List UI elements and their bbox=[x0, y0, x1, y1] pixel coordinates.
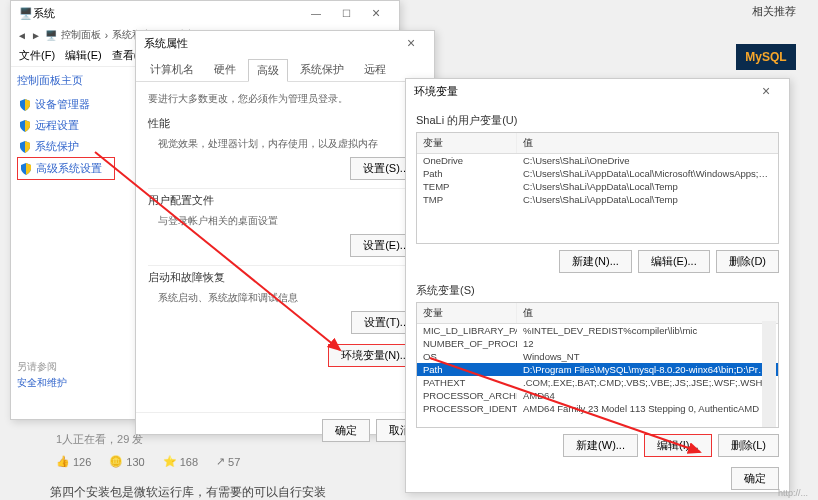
th-value: 值 bbox=[517, 133, 778, 153]
shield-icon bbox=[19, 141, 31, 153]
window-title: 系统属性 bbox=[144, 36, 188, 51]
var-value: .COM;.EXE;.BAT;.CMD;.VBS;.VBE;.JS;.JSE;.… bbox=[517, 377, 778, 388]
coin-icon: 🪙 bbox=[109, 455, 123, 468]
var-value: C:\Users\ShaLi\AppData\Local\Temp bbox=[517, 181, 778, 192]
table-row[interactable]: TMPC:\Users\ShaLi\AppData\Local\Temp bbox=[417, 193, 778, 206]
tab-advanced[interactable]: 高级 bbox=[248, 59, 288, 82]
group-title-profile: 用户配置文件 bbox=[148, 193, 422, 208]
sidebar-item-label: 远程设置 bbox=[35, 118, 79, 133]
fwd-icon[interactable]: ► bbox=[31, 30, 41, 41]
var-name: TMP bbox=[417, 194, 517, 205]
var-value: C:\Users\ShaLi\AppData\Local\Microsoft\W… bbox=[517, 168, 778, 179]
table-row[interactable]: MIC_LD_LIBRARY_PATH%INTEL_DEV_REDIST%com… bbox=[417, 324, 778, 337]
close-icon[interactable]: × bbox=[361, 4, 391, 22]
url-hint: http://... bbox=[778, 488, 808, 498]
shield-icon bbox=[19, 120, 31, 132]
group-title-performance: 性能 bbox=[148, 116, 422, 131]
minimize-icon[interactable]: — bbox=[301, 4, 331, 22]
var-value: %INTEL_DEV_REDIST%compiler\lib\mic bbox=[517, 325, 778, 336]
sidebar-item-protection[interactable]: 系统保护 bbox=[17, 136, 115, 157]
table-row[interactable]: PATHEXT.COM;.EXE;.BAT;.CMD;.VBS;.VBE;.JS… bbox=[417, 376, 778, 389]
user-new-button[interactable]: 新建(N)... bbox=[559, 250, 631, 273]
tab-remote[interactable]: 远程 bbox=[356, 59, 394, 81]
table-row[interactable]: NUMBER_OF_PROCESSORS12 bbox=[417, 337, 778, 350]
user-vars-table[interactable]: 变量 值 OneDriveC:\Users\ShaLi\OneDrivePath… bbox=[416, 132, 779, 244]
maximize-icon[interactable]: ☐ bbox=[331, 4, 361, 22]
mysql-logo: MySQL bbox=[736, 44, 796, 70]
close-icon[interactable]: × bbox=[751, 82, 781, 100]
sys-vars-table[interactable]: 变量 值 MIC_LD_LIBRARY_PATH%INTEL_DEV_REDIS… bbox=[416, 302, 779, 428]
var-name: MIC_LD_LIBRARY_PATH bbox=[417, 325, 517, 336]
group-text: 与登录帐户相关的桌面设置 bbox=[148, 212, 422, 234]
share-icon: ↗ bbox=[216, 455, 225, 468]
breadcrumb-item[interactable]: 控制面板 bbox=[61, 28, 101, 42]
sidebar-item-label: 设备管理器 bbox=[35, 97, 90, 112]
titlebar: 🖥️ 系统 — ☐ × bbox=[11, 1, 399, 25]
close-icon[interactable]: × bbox=[396, 34, 426, 52]
share-stat[interactable]: ↗57 bbox=[216, 455, 240, 468]
var-value: C:\Users\ShaLi\AppData\Local\Temp bbox=[517, 194, 778, 205]
table-row[interactable]: PathD:\Program Files\MySQL\mysql-8.0.20-… bbox=[417, 363, 778, 376]
sys-vars-label: 系统变量(S) bbox=[416, 283, 779, 298]
scrollbar[interactable] bbox=[762, 321, 776, 427]
star-stat[interactable]: ⭐168 bbox=[163, 455, 198, 468]
star-icon: ⭐ bbox=[163, 455, 177, 468]
var-value: Windows_NT bbox=[517, 351, 778, 362]
tab-hardware[interactable]: 硬件 bbox=[206, 59, 244, 81]
group-title-recovery: 启动和故障恢复 bbox=[148, 270, 422, 285]
th-variable: 变量 bbox=[417, 133, 517, 153]
var-name: Path bbox=[417, 168, 517, 179]
back-icon[interactable]: ◄ bbox=[17, 30, 27, 41]
sidebar: 控制面板主页 设备管理器 远程设置 系统保护 高级系统设置 另请参阅 安全和维护 bbox=[11, 67, 121, 407]
var-name: PROCESSOR_ARCHITECT... bbox=[417, 390, 517, 401]
var-value: AMD64 bbox=[517, 390, 778, 401]
ok-button[interactable]: 确定 bbox=[731, 467, 779, 490]
security-link[interactable]: 安全和维护 bbox=[17, 374, 115, 392]
user-delete-button[interactable]: 删除(D) bbox=[716, 250, 779, 273]
table-row[interactable]: PathC:\Users\ShaLi\AppData\Local\Microso… bbox=[417, 167, 778, 180]
th-variable: 变量 bbox=[417, 303, 517, 323]
like-stat[interactable]: 👍126 bbox=[56, 455, 91, 468]
sys-new-button[interactable]: 新建(W)... bbox=[563, 434, 638, 457]
tabs: 计算机名 硬件 高级 系统保护 远程 bbox=[136, 55, 434, 82]
see-also-label: 另请参阅 bbox=[17, 360, 115, 374]
var-value: AMD64 Family 23 Model 113 Stepping 0, Au… bbox=[517, 403, 778, 414]
sys-edit-button[interactable]: 编辑(I)... bbox=[644, 434, 712, 457]
table-row[interactable]: TEMPC:\Users\ShaLi\AppData\Local\Temp bbox=[417, 180, 778, 193]
sidebar-item-label: 高级系统设置 bbox=[36, 161, 102, 176]
var-name: PROCESSOR_IDENTIFIER bbox=[417, 403, 517, 414]
var-name: OS bbox=[417, 351, 517, 362]
ok-button[interactable]: 确定 bbox=[322, 419, 370, 442]
table-row[interactable]: OneDriveC:\Users\ShaLi\OneDrive bbox=[417, 154, 778, 167]
var-name: OneDrive bbox=[417, 155, 517, 166]
sidebar-item-advanced[interactable]: 高级系统设置 bbox=[17, 157, 115, 180]
var-name: Path bbox=[417, 364, 517, 375]
user-edit-button[interactable]: 编辑(E)... bbox=[638, 250, 710, 273]
window-title: 系统 bbox=[33, 6, 55, 21]
admin-note: 要进行大多数更改，您必须作为管理员登录。 bbox=[148, 90, 422, 112]
sidebar-item-device-manager[interactable]: 设备管理器 bbox=[17, 94, 115, 115]
sidebar-item-remote[interactable]: 远程设置 bbox=[17, 115, 115, 136]
var-value: C:\Users\ShaLi\OneDrive bbox=[517, 155, 778, 166]
shield-icon bbox=[19, 99, 31, 111]
browsing-count: 1人正在看，29 发 bbox=[56, 432, 143, 447]
tab-computer-name[interactable]: 计算机名 bbox=[142, 59, 202, 81]
system-properties-window: 系统属性 × 计算机名 硬件 高级 系统保护 远程 要进行大多数更改，您必须作为… bbox=[135, 30, 435, 435]
var-name: PATHEXT bbox=[417, 377, 517, 388]
menu-file[interactable]: 文件(F) bbox=[19, 48, 55, 63]
stats-bar: 👍126 🪙130 ⭐168 ↗57 bbox=[56, 455, 240, 468]
tab-protection[interactable]: 系统保护 bbox=[292, 59, 352, 81]
thumb-icon: 👍 bbox=[56, 455, 70, 468]
coin-stat[interactable]: 🪙130 bbox=[109, 455, 144, 468]
window-title: 环境变量 bbox=[414, 84, 458, 99]
group-text: 系统启动、系统故障和调试信息 bbox=[148, 289, 422, 311]
table-row[interactable]: PROCESSOR_IDENTIFIERAMD64 Family 23 Mode… bbox=[417, 402, 778, 415]
user-vars-label: ShaLi 的用户变量(U) bbox=[416, 113, 779, 128]
sidebar-title: 控制面板主页 bbox=[17, 73, 115, 88]
table-row[interactable]: OSWindows_NT bbox=[417, 350, 778, 363]
var-value: 12 bbox=[517, 338, 778, 349]
th-value: 值 bbox=[517, 303, 778, 323]
sys-delete-button[interactable]: 删除(L) bbox=[718, 434, 779, 457]
menu-edit[interactable]: 编辑(E) bbox=[65, 48, 102, 63]
table-row[interactable]: PROCESSOR_ARCHITECT...AMD64 bbox=[417, 389, 778, 402]
